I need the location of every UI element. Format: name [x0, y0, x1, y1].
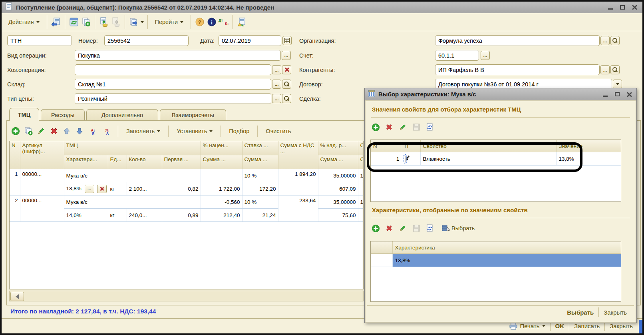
col-art: Артикул (шифр)...	[20, 141, 64, 169]
invoice-totals: Итого по накладной: 2 127,84, в т.ч. НДС…	[10, 308, 156, 315]
operation-kind-field[interactable]: Покупка	[75, 50, 281, 61]
move-down-icon[interactable]	[74, 126, 85, 136]
characteristic-select-button[interactable]: ...	[85, 185, 94, 193]
dtkt-icon[interactable]: Дт Кт	[219, 17, 229, 27]
goto-button[interactable]: Перейти	[151, 17, 187, 27]
characteristic-row[interactable]: 13,8%	[371, 254, 621, 267]
move-up-icon[interactable]	[62, 126, 72, 136]
warehouse-field[interactable]: Склад №1	[75, 79, 271, 90]
ttn-field[interactable]: ТТН	[7, 35, 72, 46]
organization-field[interactable]: Формула успеха	[435, 35, 600, 46]
refresh-characteristics-icon[interactable]	[425, 223, 435, 233]
help-icon[interactable]: ?	[195, 17, 205, 27]
col-kol: Кол-во	[127, 155, 162, 169]
dialog-title-bar: Выбор характеристики: Мука в/с	[365, 88, 636, 100]
col-tmc: ТМЦ	[64, 141, 201, 155]
organization-select-button[interactable]: ...	[600, 36, 610, 45]
col-last: С	[358, 141, 364, 155]
dialog-close-action-button[interactable]: Закрыть	[600, 307, 631, 317]
sort-asc-icon[interactable]: А↓ Я	[87, 126, 99, 136]
hoz-operation-select-button[interactable]: ...	[272, 65, 281, 74]
dialog-maximize-button[interactable]	[613, 91, 621, 98]
create-based-on-icon[interactable]	[129, 17, 139, 27]
calendar-button[interactable]	[282, 36, 292, 45]
characteristic-list-icon	[368, 90, 375, 99]
dialog-body: Значения свойств для отбора характеристи…	[365, 100, 636, 323]
add-property-icon[interactable]	[370, 122, 381, 132]
hoz-operation-field[interactable]	[75, 64, 271, 75]
pick-button[interactable]: Подбор	[225, 126, 253, 136]
clear-button[interactable]: Очистить	[262, 126, 294, 136]
chevron-down-icon[interactable]	[141, 21, 144, 23]
document-icon	[6, 2, 13, 12]
copy-row-icon[interactable]	[23, 126, 34, 136]
scroll-left-button[interactable]	[10, 292, 24, 301]
warehouse-open-button[interactable]	[282, 80, 291, 89]
horizontal-scrollbar[interactable]	[9, 291, 364, 301]
property-row[interactable]: 1 Влажность 13,8%	[371, 152, 621, 166]
edit-property-icon[interactable]	[398, 122, 408, 132]
dialog-choose-button[interactable]: Выбрать	[563, 307, 598, 317]
operation-kind-select-button[interactable]: ...	[282, 51, 291, 60]
date-field[interactable]: 02.07.2019	[219, 35, 281, 46]
window-title: Поступление (розница, общепит): Покупка …	[16, 4, 603, 11]
row-marker-cell	[371, 254, 392, 267]
delete-row-icon[interactable]	[49, 126, 59, 136]
report-icon[interactable]	[237, 17, 247, 27]
price-type-field[interactable]: Розничный	[75, 93, 271, 104]
organization-open-button[interactable]	[610, 36, 620, 45]
tab-dopolnitelno[interactable]: Дополнительно	[86, 109, 158, 121]
write-document-icon[interactable]	[51, 17, 61, 27]
refresh-window-icon[interactable]	[69, 17, 79, 27]
date-label: Дата:	[200, 38, 215, 44]
info-icon[interactable]: i	[207, 17, 217, 27]
dialog-minimize-button[interactable]	[601, 91, 609, 98]
warehouse-select-button[interactable]: ...	[272, 80, 281, 89]
items-table[interactable]: N Артикул (шифр)... ТМЦ % нацен... Ставк…	[9, 141, 364, 289]
actions-button[interactable]: Действия	[5, 17, 43, 27]
hoz-operation-clear-button[interactable]	[282, 65, 291, 74]
characteristic-dialog: Выбор характеристики: Мука в/с Значения …	[364, 88, 637, 323]
delete-property-icon[interactable]	[384, 122, 394, 132]
minimize-button[interactable]	[606, 4, 614, 11]
sort-desc-icon[interactable]: Я↓ А	[101, 126, 113, 136]
tab-vzaimoraschety[interactable]: Взаиморасчеты	[160, 109, 226, 121]
property-values-table[interactable]: N П Свойство Значение 1 Влажность	[370, 140, 621, 202]
counterparty-select-button[interactable]: ...	[600, 65, 610, 74]
set-button[interactable]: Установить	[173, 126, 216, 136]
tab-tmc[interactable]: ТМЦ	[9, 108, 39, 121]
table-row[interactable]: 2 00000... Мука в/с -0,560 10 % 233,64 3…	[10, 195, 364, 209]
add-characteristic-icon[interactable]	[370, 223, 381, 233]
counterparty-field[interactable]: ИП Фарфель В В	[435, 64, 600, 75]
post-document-icon[interactable]	[99, 17, 109, 27]
fill-button[interactable]: Заполнить	[123, 126, 164, 136]
characteristic-edit-cell[interactable]: 13,8% ...	[64, 182, 108, 195]
choose-toolbar-button[interactable]: Выбрать	[438, 223, 478, 234]
close-button[interactable]	[630, 4, 638, 11]
choose-list-icon	[442, 225, 450, 232]
magnifier-icon	[612, 67, 618, 72]
checkbox-checked-icon[interactable]	[405, 156, 405, 162]
number-field[interactable]: 2556542	[104, 35, 189, 46]
contract-dropdown-button[interactable]	[613, 80, 622, 89]
counterparty-open-button[interactable]	[610, 65, 620, 74]
contract-label: Договор:	[299, 81, 323, 88]
background-window-sliver	[639, 320, 642, 333]
maximize-button[interactable]	[618, 4, 626, 11]
copy-add-icon[interactable]	[81, 17, 91, 27]
account-select-button[interactable]: ...	[481, 51, 490, 60]
table-row[interactable]: 1 00000... Мука в/с 10 % 1 894,20 35,000…	[10, 169, 364, 182]
add-row-icon[interactable]	[10, 126, 21, 136]
price-type-open-button[interactable]	[282, 94, 291, 103]
account-field[interactable]: 60.1.1	[435, 50, 479, 61]
price-type-select-button[interactable]: ...	[272, 94, 281, 103]
characteristic-clear-button[interactable]	[97, 185, 107, 193]
edit-characteristic-icon[interactable]	[398, 223, 408, 233]
refresh-list-icon[interactable]	[425, 122, 435, 132]
characteristics-table[interactable]: Характеристика 13,8%	[370, 241, 621, 302]
tab-rashody[interactable]: Расходы	[41, 109, 85, 121]
dialog-close-button[interactable]	[625, 91, 633, 98]
delete-characteristic-icon[interactable]	[384, 223, 394, 233]
edit-row-icon[interactable]	[36, 126, 46, 136]
property-checkbox-cell[interactable]	[402, 152, 420, 166]
